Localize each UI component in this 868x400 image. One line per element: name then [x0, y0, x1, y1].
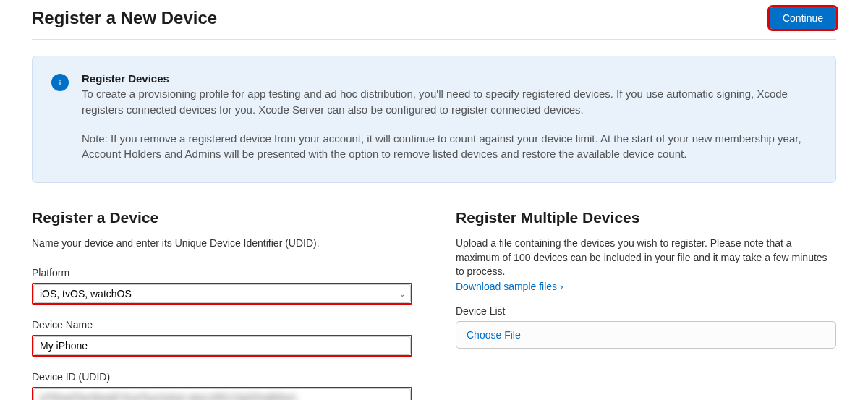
- register-device-desc: Name your device and enter its Unique De…: [32, 237, 412, 251]
- device-id-label: Device ID (UDID): [32, 371, 412, 383]
- page-title: Register a New Device: [32, 8, 217, 28]
- info-box: Register Devices To create a provisionin…: [32, 56, 836, 183]
- choose-file-button[interactable]: Choose File: [456, 321, 836, 349]
- device-name-input[interactable]: [33, 336, 411, 355]
- register-multiple-desc: Upload a file containing the devices you…: [456, 237, 836, 279]
- continue-button[interactable]: Continue: [770, 7, 836, 29]
- device-id-input[interactable]: aTRealTachkadC5vaTsyclubal atecztfG1SpDD…: [33, 388, 411, 400]
- register-multiple-section: Register Multiple Devices Upload a file …: [456, 209, 836, 400]
- page-header: Register a New Device Continue: [32, 0, 836, 40]
- device-name-label: Device Name: [32, 319, 412, 331]
- platform-label: Platform: [32, 267, 412, 278]
- download-sample-link[interactable]: Download sample files: [456, 281, 563, 292]
- info-paragraph-2: Note: If you remove a registered device …: [82, 131, 817, 163]
- device-list-label: Device List: [456, 305, 836, 317]
- info-paragraph-1: To create a provisioning profile for app…: [82, 86, 817, 118]
- platform-select[interactable]: iOS, tvOS, watchOS: [33, 284, 411, 303]
- info-icon: [51, 74, 69, 91]
- register-device-title: Register a Device: [32, 209, 412, 226]
- info-title: Register Devices: [82, 72, 817, 85]
- register-single-section: Register a Device Name your device and e…: [32, 209, 412, 400]
- register-multiple-title: Register Multiple Devices: [456, 209, 836, 226]
